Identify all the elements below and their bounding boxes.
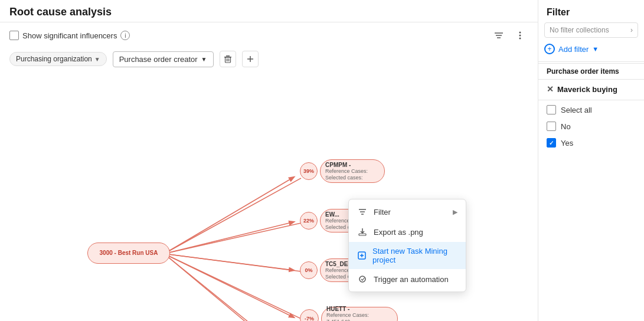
svg-point-29 (359, 276, 365, 282)
node-huett-name: HUETT - (326, 306, 349, 312)
toolbar: Show significant influencers i (0, 22, 538, 48)
svg-line-20 (164, 222, 294, 254)
node-ew-name: EW... (325, 211, 339, 218)
node-cpmpm-name: CPMPM - (325, 162, 351, 168)
context-menu: Filter ▶ Export as .png (348, 199, 466, 292)
node-cpmpm-sub2: Selected cases: (325, 175, 363, 181)
pct-ew-val: 22% (303, 218, 314, 224)
svg-line-14 (164, 178, 301, 254)
select-all-label: Select all (561, 106, 592, 114)
export-cm-icon (357, 227, 368, 237)
show-influencers-checkbox[interactable] (9, 31, 19, 40)
select-all-checkbox[interactable] (547, 105, 556, 114)
pct-tc5demo-val: 0% (305, 267, 312, 273)
filter-section-title: Purchase order items (538, 63, 644, 80)
maverick-buying-label: Maverick buying (557, 85, 617, 94)
options-divider (538, 100, 644, 100)
purchasing-org-chevron: ▼ (94, 56, 100, 63)
svg-line-19 (164, 177, 294, 254)
no-label: No (561, 122, 571, 131)
filter-divider (538, 61, 644, 62)
filter-cm-icon (357, 207, 368, 217)
filter-arrow-icon: ▶ (453, 208, 457, 216)
context-export-label: Export as .png (374, 228, 423, 237)
yes-label: Yes (561, 139, 573, 148)
branch-huett: -7% HUETT - Reference Cases: 7,451,640 S… (300, 307, 398, 321)
add-filter-btn[interactable]: + Add filter ▼ (544, 44, 638, 54)
automation-cm-icon (357, 274, 368, 284)
filter-icon-btn[interactable] (491, 27, 507, 44)
context-menu-task-mining[interactable]: Start new Task Mining project (349, 242, 466, 269)
task-mining-cm-icon (357, 250, 367, 261)
more-icon-btn[interactable] (512, 27, 528, 44)
purchase-order-creator-label: Purchase order creator (119, 55, 198, 64)
node-huett[interactable]: HUETT - Reference Cases: 7,451,640 Selec… (321, 307, 398, 321)
svg-line-23 (164, 254, 294, 321)
context-task-mining-label: Start new Task Mining project (372, 247, 457, 264)
filter-option-no[interactable]: No (538, 118, 644, 135)
context-menu-filter[interactable]: Filter ▶ (349, 202, 466, 222)
close-maverick-buying[interactable]: ✕ (547, 84, 554, 94)
canvas-area: 3000 - Best Run USA 39% CPMPM - Referenc… (0, 72, 538, 321)
yes-checkbox[interactable] (547, 138, 556, 148)
show-influencers-container: Show significant influencers i (9, 31, 485, 40)
pct-huett: -7% (300, 309, 319, 321)
add-filter-row-btn[interactable] (242, 51, 259, 67)
add-filter-label: Add filter (558, 45, 589, 54)
filter-active-tag: ✕ Maverick buying (538, 80, 644, 99)
header: Root cause analysis (0, 0, 538, 22)
svg-rect-7 (226, 55, 230, 57)
delete-filter-btn[interactable] (220, 51, 236, 67)
pct-cpmpm: 39% (300, 162, 318, 180)
svg-point-3 (519, 32, 521, 34)
plus-circle-icon: + (544, 44, 555, 54)
svg-point-5 (519, 38, 521, 40)
filter-option-select-all[interactable]: Select all (538, 101, 644, 118)
main-area: Root cause analysis Show significant inf… (0, 0, 538, 321)
context-menu-automation[interactable]: Trigger an automation (349, 269, 466, 289)
filter-panel-title: Filter (538, 0, 644, 22)
pct-ew: 22% (300, 212, 318, 230)
purchase-order-creator-chevron: ▼ (201, 56, 207, 63)
page-title: Root cause analysis (9, 6, 112, 18)
purchasing-org-chip[interactable]: Purchasing organization ▼ (9, 52, 107, 66)
toolbar-icons (491, 27, 528, 44)
pct-cpmpm-val: 39% (303, 168, 314, 174)
branch-cpmpm: 39% CPMPM - Reference Cases: Selected ca… (300, 159, 385, 183)
root-node-label: 3000 - Best Run USA (95, 250, 163, 257)
pct-tc5demo: 0% (300, 261, 318, 279)
svg-line-21 (164, 254, 294, 270)
context-filter-label: Filter (374, 208, 391, 217)
node-huett-sub1: Reference Cases: 7,451,640 (326, 312, 393, 321)
node-cpmpm-sub1: Reference Cases: (325, 168, 368, 175)
purchasing-org-label: Purchasing organization (16, 55, 92, 63)
no-filter-collections-label: No filter collections (550, 26, 609, 34)
node-cpmpm[interactable]: CPMPM - Reference Cases: Selected cases: (320, 159, 385, 183)
root-node[interactable]: 3000 - Best Run USA (87, 243, 170, 264)
filter-panel: Filter No filter collections › + Add fil… (538, 0, 644, 321)
filter-row: Purchasing organization ▼ Purchase order… (0, 48, 538, 72)
collection-select-chevron: › (630, 26, 633, 34)
context-automation-label: Trigger an automation (374, 275, 449, 284)
add-filter-chevron: ▼ (592, 45, 599, 53)
info-icon[interactable]: i (120, 31, 130, 40)
svg-rect-27 (359, 234, 366, 235)
purchase-order-creator-dropdown[interactable]: Purchase order creator ▼ (113, 51, 214, 67)
show-influencers-label: Show significant influencers (22, 31, 117, 40)
svg-point-4 (519, 35, 521, 37)
filter-option-yes[interactable]: Yes (538, 135, 644, 151)
pct-huett-val: -7% (305, 316, 314, 321)
context-menu-export[interactable]: Export as .png (349, 222, 466, 242)
filter-collection-select[interactable]: No filter collections › (544, 22, 638, 38)
no-checkbox[interactable] (547, 122, 556, 131)
